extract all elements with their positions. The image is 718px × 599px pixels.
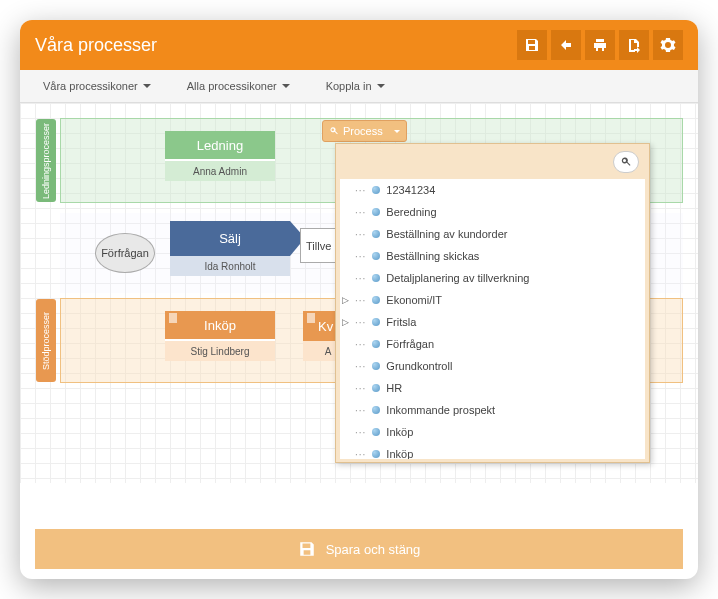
chevron-down-icon — [282, 84, 290, 88]
section-tab-ledning[interactable]: Ledningsprocesser — [36, 119, 56, 202]
tree-connector: ··· — [355, 427, 366, 438]
tree-connector: ··· — [355, 229, 366, 240]
save-icon — [524, 37, 540, 53]
tree-connector: ··· — [355, 185, 366, 196]
button-label: Spara och stäng — [326, 542, 421, 557]
box-title: Sälj — [170, 221, 290, 256]
tree-item[interactable]: ···Inkommande prospekt — [340, 399, 645, 421]
tree-item[interactable]: ···Detaljplanering av tillverkning — [340, 267, 645, 289]
process-canvas[interactable]: Ledningsprocesser Stödprocesser Ledning … — [20, 103, 698, 483]
process-box-forfragan[interactable]: Förfrågan — [95, 233, 155, 273]
process-box-ledning[interactable]: Ledning Anna Admin — [165, 131, 275, 186]
menu-our-icons[interactable]: Våra processikoner — [35, 75, 159, 97]
tree-connector: ··· — [355, 361, 366, 372]
chevron-down-icon — [394, 130, 400, 133]
header-toolbar — [517, 30, 683, 60]
tree-item-label: Grundkontroll — [386, 360, 452, 372]
tree-item[interactable]: ···Inköp — [340, 443, 645, 459]
tree-connector: ··· — [355, 317, 366, 328]
menu-label: Våra processikoner — [43, 80, 138, 92]
tree-item[interactable]: ▷···Ekonomi/IT — [340, 289, 645, 311]
tree-connector: ··· — [355, 295, 366, 306]
popup-search-row — [336, 144, 649, 179]
tree-item-label: Fritsla — [386, 316, 416, 328]
tree-item[interactable]: ···HR — [340, 377, 645, 399]
process-bullet-icon — [372, 406, 380, 414]
document-icon — [169, 313, 177, 323]
tree-connector: ··· — [355, 405, 366, 416]
expand-icon[interactable]: ▷ — [342, 317, 349, 327]
dropdown-label: Process — [343, 125, 383, 137]
tree-item[interactable]: ▷···Fritsla — [340, 311, 645, 333]
process-box-salj[interactable]: Sälj Ida Ronholt — [170, 221, 290, 281]
process-box-inkop[interactable]: Inköp Stig Lindberg — [165, 311, 275, 366]
process-bullet-icon — [372, 208, 380, 216]
search-button[interactable] — [613, 151, 639, 173]
settings-button[interactable] — [653, 30, 683, 60]
process-bullet-icon — [372, 230, 380, 238]
tree-item-label: 12341234 — [386, 184, 435, 196]
tree-item-label: Inköp — [386, 426, 413, 438]
page-title: Våra processer — [35, 35, 157, 56]
print-icon — [592, 37, 608, 53]
process-picker-popup: ···12341234···Beredning···Beställning av… — [335, 143, 650, 463]
save-and-close-button[interactable]: Spara och stäng — [35, 529, 683, 569]
header: Våra processer — [20, 20, 698, 70]
box-owner: Anna Admin — [165, 161, 275, 181]
tree-connector: ··· — [355, 339, 366, 350]
gear-icon — [660, 37, 676, 53]
menu-label: Koppla in — [326, 80, 372, 92]
box-title: Ledning — [165, 131, 275, 161]
box-shape: Sälj — [170, 221, 290, 256]
process-bullet-icon — [372, 274, 380, 282]
menu-all-icons[interactable]: Alla processikoner — [179, 75, 298, 97]
export-button[interactable] — [619, 30, 649, 60]
tree-item-label: Beställning av kundorder — [386, 228, 507, 240]
save-button[interactable] — [517, 30, 547, 60]
document-icon — [307, 313, 315, 323]
box-title: Inköp — [165, 311, 275, 341]
tree-connector: ··· — [355, 207, 366, 218]
tree-item[interactable]: ···12341234 — [340, 179, 645, 201]
back-arrow-icon — [558, 37, 574, 53]
tree-connector: ··· — [355, 383, 366, 394]
tree-item-label: Inkommande prospekt — [386, 404, 495, 416]
tree-connector: ··· — [355, 449, 366, 460]
search-icon — [620, 156, 632, 168]
box-owner: Ida Ronholt — [170, 256, 290, 276]
process-bullet-icon — [372, 450, 380, 458]
tree-item-label: Inköp — [386, 448, 413, 459]
tree-item[interactable]: ···Beredning — [340, 201, 645, 223]
process-bullet-icon — [372, 340, 380, 348]
box-owner: Stig Lindberg — [165, 341, 275, 361]
tree-item-label: Ekonomi/IT — [386, 294, 442, 306]
menu-label: Alla processikoner — [187, 80, 277, 92]
tree-item[interactable]: ···Beställning skickas — [340, 245, 645, 267]
menubar: Våra processikoner Alla processikoner Ko… — [20, 70, 698, 103]
process-bullet-icon — [372, 252, 380, 260]
back-button[interactable] — [551, 30, 581, 60]
export-icon — [626, 37, 642, 53]
tree-item[interactable]: ···Förfrågan — [340, 333, 645, 355]
menu-link[interactable]: Koppla in — [318, 75, 393, 97]
chevron-down-icon — [143, 84, 151, 88]
tree-item[interactable]: ···Inköp — [340, 421, 645, 443]
process-bullet-icon — [372, 428, 380, 436]
tree-item-label: Detaljplanering av tillverkning — [386, 272, 529, 284]
process-bullet-icon — [372, 384, 380, 392]
tree-item-label: Beredning — [386, 206, 436, 218]
search-icon — [329, 126, 339, 136]
tree-connector: ··· — [355, 251, 366, 262]
process-bullet-icon — [372, 296, 380, 304]
tree-item[interactable]: ···Beställning av kundorder — [340, 223, 645, 245]
tree-connector: ··· — [355, 273, 366, 284]
section-tab-stod[interactable]: Stödprocesser — [36, 299, 56, 382]
tree-item[interactable]: ···Grundkontroll — [340, 355, 645, 377]
chevron-down-icon — [377, 84, 385, 88]
expand-icon[interactable]: ▷ — [342, 295, 349, 305]
print-button[interactable] — [585, 30, 615, 60]
process-bullet-icon — [372, 186, 380, 194]
app-window: Våra processer Våra processikoner — [20, 20, 698, 579]
process-dropdown-trigger[interactable]: Process — [322, 120, 407, 142]
process-tree-list[interactable]: ···12341234···Beredning···Beställning av… — [340, 179, 645, 459]
